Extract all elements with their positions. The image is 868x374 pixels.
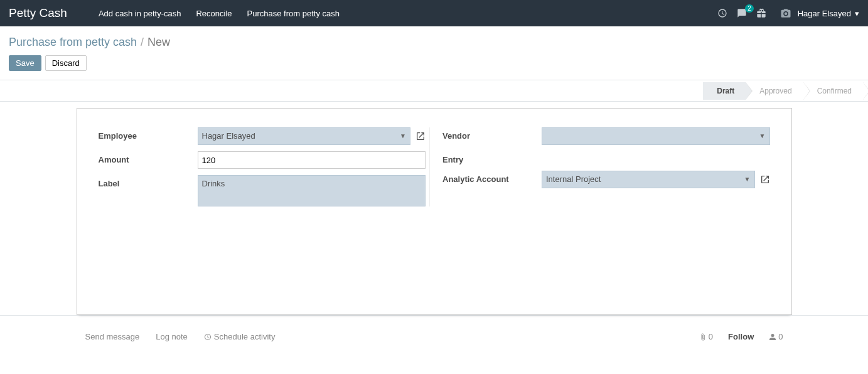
person-icon xyxy=(769,333,776,341)
discard-button[interactable]: Discard xyxy=(45,55,87,71)
status-confirmed[interactable]: Confirmed xyxy=(803,82,863,100)
label-entry: Entry xyxy=(442,151,542,164)
paperclip-icon xyxy=(699,333,707,341)
external-link-icon[interactable] xyxy=(760,174,770,184)
status-draft[interactable]: Draft xyxy=(703,82,746,100)
form-sheet: Employee Hagar Elsayed ▼ Amount xyxy=(77,108,792,315)
external-link-icon[interactable] xyxy=(415,131,426,141)
label-vendor: Vendor xyxy=(442,127,542,141)
chevron-down-icon: ▾ xyxy=(855,9,859,18)
statusbar: Draft Approved Confirmed xyxy=(0,80,868,102)
breadcrumb-separator: / xyxy=(141,36,144,49)
nav-link-add-cash[interactable]: Add cash in petty-cash xyxy=(99,9,181,18)
save-button[interactable]: Save xyxy=(9,55,41,71)
field-analytic: Analytic Account Internal Project ▼ xyxy=(442,171,770,188)
action-buttons: Save Discard xyxy=(9,55,859,71)
label-analytic: Analytic Account xyxy=(442,171,542,184)
schedule-activity-button[interactable]: Schedule activity xyxy=(204,332,276,341)
user-menu[interactable]: Hagar Elsayed ▾ xyxy=(779,8,859,19)
breadcrumb-current: New xyxy=(147,36,170,49)
clock-icon xyxy=(204,333,212,341)
send-message-button[interactable]: Send message xyxy=(85,332,140,341)
chatter: Send message Log note Schedule activity … xyxy=(0,315,868,358)
field-employee: Employee Hagar Elsayed ▼ xyxy=(99,127,426,145)
analytic-input[interactable]: Internal Project ▼ xyxy=(542,171,755,188)
field-vendor: Vendor ▼ xyxy=(442,127,770,145)
camera-icon xyxy=(779,8,793,19)
follow-button[interactable]: Follow xyxy=(728,332,754,341)
user-name: Hagar Elsayed xyxy=(798,9,851,18)
field-entry: Entry xyxy=(442,151,770,164)
field-label: Label xyxy=(99,175,426,206)
breadcrumb-parent[interactable]: Purchase from petty cash xyxy=(9,36,137,49)
messages-badge: 2 xyxy=(745,4,754,13)
label-label: Label xyxy=(99,175,198,188)
vendor-input[interactable]: ▼ xyxy=(542,127,770,145)
label-employee: Employee xyxy=(99,127,198,141)
employee-input[interactable]: Hagar Elsayed ▼ xyxy=(198,127,411,145)
chevron-down-icon: ▼ xyxy=(744,174,751,184)
log-note-button[interactable]: Log note xyxy=(156,332,188,341)
form-sheet-wrap: Employee Hagar Elsayed ▼ Amount xyxy=(0,102,868,315)
chevron-down-icon: ▼ xyxy=(400,131,406,141)
label-input[interactable] xyxy=(198,175,426,206)
amount-input[interactable] xyxy=(198,151,426,169)
field-amount: Amount xyxy=(99,151,426,169)
brand[interactable]: Petty Cash xyxy=(9,6,67,20)
navbar: Petty Cash Add cash in petty-cash Reconc… xyxy=(0,0,868,26)
gift-icon[interactable] xyxy=(756,8,766,18)
control-panel: Purchase from petty cash / New Save Disc… xyxy=(0,26,868,80)
status-approved[interactable]: Approved xyxy=(746,82,803,100)
nav-link-reconcile[interactable]: Reconcile xyxy=(196,9,232,18)
attachments-indicator[interactable]: 0 xyxy=(699,332,713,341)
nav-link-purchase[interactable]: Purchase from petty cash xyxy=(247,9,340,18)
breadcrumb: Purchase from petty cash / New xyxy=(9,36,859,49)
clock-icon[interactable] xyxy=(717,8,727,18)
messages-icon[interactable]: 2 xyxy=(736,8,747,18)
label-amount: Amount xyxy=(99,151,198,164)
followers-indicator[interactable]: 0 xyxy=(769,332,783,341)
chevron-down-icon: ▼ xyxy=(759,131,766,141)
